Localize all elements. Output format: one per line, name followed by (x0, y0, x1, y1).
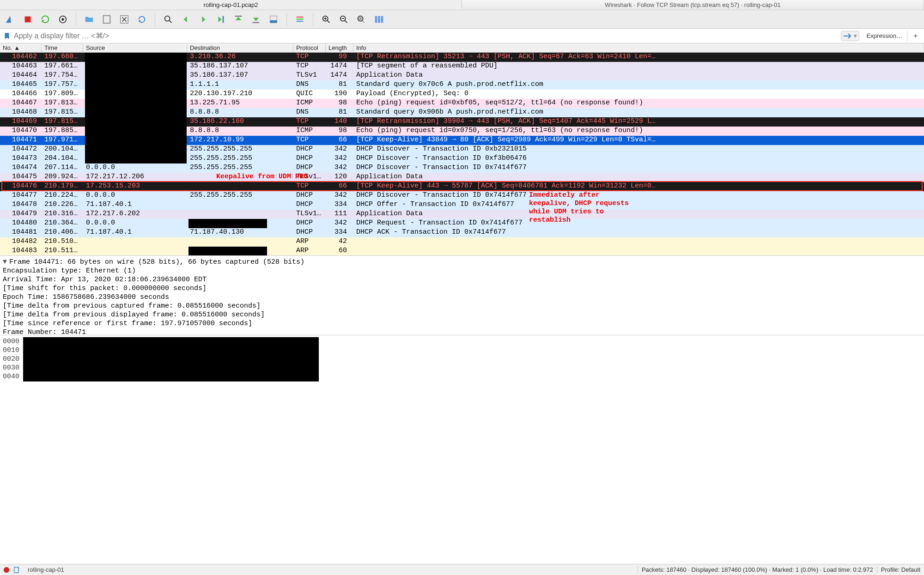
shark-fin-icon[interactable] (4, 13, 17, 26)
packet-row[interactable]: 104478210.2268…71.187.40.1DHCP334DHCP Of… (0, 200, 924, 210)
column-length[interactable]: Length (326, 43, 353, 52)
svg-rect-19 (381, 16, 383, 23)
window-tab-2[interactable]: Wireshark · Follow TCP Stream (tcp.strea… (462, 0, 924, 10)
packet-list[interactable]: 104462197.6606…3.210.36.26TCP99[TCP Retr… (0, 53, 924, 256)
svg-rect-17 (375, 16, 377, 23)
go-forward-icon[interactable] (197, 13, 210, 26)
display-filter-input[interactable] (14, 32, 838, 40)
zoom-in-icon[interactable] (320, 13, 333, 26)
find-icon[interactable] (162, 13, 175, 26)
column-no[interactable]: No.▲ (0, 43, 42, 52)
go-last-icon[interactable] (249, 13, 262, 26)
detail-line[interactable]: [Time shift for this packet: 0.000000000… (3, 284, 921, 293)
restart-capture-icon[interactable] (39, 13, 52, 26)
toolbar-separator (76, 13, 76, 26)
detail-line[interactable]: Frame Number: 104471 (3, 328, 921, 335)
svg-rect-10 (270, 20, 277, 23)
svg-rect-18 (378, 16, 380, 23)
packet-row[interactable]: 104482210.5103…ARP42 (0, 237, 924, 247)
detail-line[interactable]: [Time since reference or first frame: 19… (3, 319, 921, 328)
svg-rect-3 (103, 15, 110, 23)
auto-scroll-icon[interactable] (267, 13, 280, 26)
status-profile-label[interactable]: Profile: Default (877, 566, 924, 573)
packet-bytes-pane[interactable]: 00000010002000300040 (0, 335, 924, 390)
svg-rect-0 (25, 16, 31, 22)
svg-point-5 (165, 16, 170, 21)
svg-rect-20 (14, 567, 18, 573)
redacted-block (85, 53, 187, 163)
column-source[interactable]: Source (83, 43, 187, 52)
apply-filter-button[interactable]: ▾ (841, 31, 859, 41)
sort-asc-icon: ▲ (14, 44, 20, 51)
packet-row[interactable]: 104477210.2241…0.0.0.0255.255.255.255DHC… (0, 191, 924, 200)
packet-row[interactable]: 104480210.3640…0.0.0.0255.255.255.255DHC… (0, 219, 924, 228)
zoom-out-icon[interactable] (337, 13, 350, 26)
go-first-icon[interactable] (232, 13, 245, 26)
packet-details-pane[interactable]: ▼Frame 104471: 66 bytes on wire (528 bit… (0, 256, 924, 335)
resize-columns-icon[interactable] (372, 13, 385, 26)
reload-icon[interactable] (135, 13, 148, 26)
go-to-packet-icon[interactable] (214, 13, 227, 26)
title-bar: rolling-cap-01.pcap2 Wireshark · Follow … (0, 0, 924, 10)
toolbar-separator (313, 13, 313, 26)
column-info[interactable]: Info (353, 43, 924, 52)
tree-expand-icon[interactable]: ▼ (3, 258, 9, 266)
packet-row[interactable]: 104475209.9249…172.217.12.206TLSv1…120Ap… (0, 173, 924, 182)
stop-capture-icon[interactable] (21, 13, 34, 26)
expression-button[interactable]: Expression… (862, 31, 907, 41)
open-file-icon[interactable] (83, 13, 96, 26)
svg-rect-11 (297, 16, 304, 18)
packet-list-header: No.▲ Time Source Destination Protocol Le… (0, 43, 924, 53)
window-tab-1[interactable]: rolling-cap-01.pcap2 (0, 0, 462, 10)
svg-rect-12 (297, 18, 304, 20)
go-back-icon[interactable] (179, 13, 192, 26)
main-toolbar (0, 10, 924, 29)
toolbar-separator (155, 13, 155, 26)
bookmark-icon[interactable] (3, 32, 11, 40)
status-bar: rolling-cap-01 Packets: 187460 · Display… (0, 564, 924, 575)
detail-line[interactable]: Encapsulation type: Ethernet (1) (3, 266, 921, 275)
packet-row[interactable]: 104481210.4063…71.187.40.171.187.40.130D… (0, 228, 924, 237)
expert-info-icon[interactable] (4, 567, 9, 573)
colorize-icon[interactable] (293, 13, 306, 26)
edit-capture-comment-icon[interactable] (13, 566, 20, 574)
packet-row[interactable]: 104476210.1797…17.253.15.203TCP66[TCP Ke… (0, 182, 924, 191)
packet-row[interactable]: 104479210.3160…172.217.6.202TLSv1…111App… (0, 210, 924, 219)
packet-row[interactable]: 104483210.5116…ARP60 (0, 247, 924, 256)
toolbar-separator (286, 13, 287, 26)
detail-line[interactable]: [Time delta from previous displayed fram… (3, 310, 921, 319)
status-packets-label: Packets: 187460 · Displayed: 187460 (100… (638, 566, 877, 573)
redacted-block (188, 247, 267, 256)
detail-line[interactable]: Arrival Time: Apr 13, 2020 02:18:06.2396… (3, 275, 921, 284)
svg-rect-7 (235, 15, 242, 17)
add-filter-button[interactable]: + (910, 32, 921, 40)
save-file-icon[interactable] (100, 13, 113, 26)
redacted-block (23, 337, 319, 381)
detail-line[interactable]: Epoch Time: 1586758686.239634000 seconds (3, 293, 921, 302)
redacted-block (188, 219, 267, 228)
status-file-label: rolling-cap-01 (24, 566, 638, 573)
detail-line[interactable]: ▼Frame 104471: 66 bytes on wire (528 bit… (3, 258, 921, 266)
zoom-reset-icon[interactable] (355, 13, 368, 26)
close-file-icon[interactable] (118, 13, 131, 26)
svg-rect-8 (253, 22, 260, 23)
column-destination[interactable]: Destination (187, 43, 293, 52)
column-protocol[interactable]: Protocol (293, 43, 326, 52)
svg-rect-13 (297, 20, 304, 22)
detail-line[interactable]: [Time delta from previous captured frame… (3, 302, 921, 310)
packet-row[interactable]: 104474207.1140…0.0.0.0255.255.255.255DHC… (0, 163, 924, 173)
capture-options-icon[interactable] (56, 13, 69, 26)
filter-bar: ▾ Expression… + (0, 29, 924, 43)
column-time[interactable]: Time (42, 43, 83, 52)
svg-rect-6 (223, 16, 224, 23)
svg-point-2 (61, 18, 64, 21)
